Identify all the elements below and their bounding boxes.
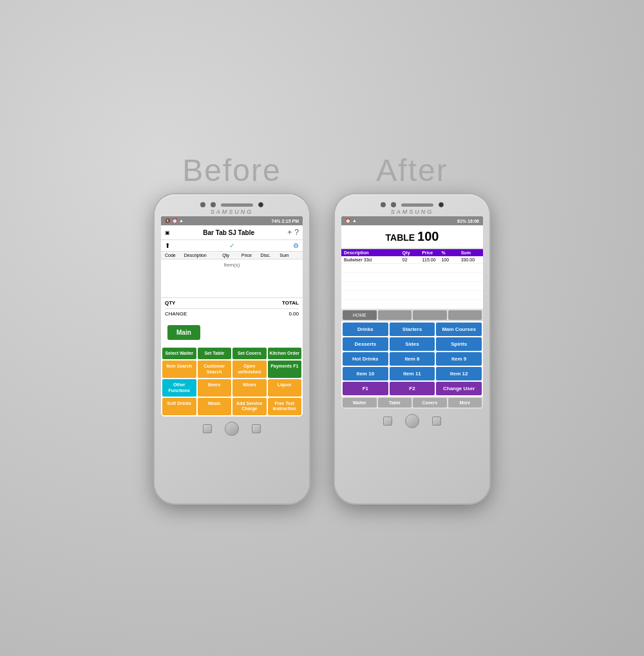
after-phone-top — [340, 200, 484, 209]
after-menu-btn-8[interactable]: Item 9 — [436, 352, 482, 366]
before-time: 2:15 PM — [282, 219, 299, 223]
item-sum-0: 330.00 — [461, 258, 480, 262]
after-back-btn[interactable] — [383, 417, 392, 426]
before-check-icon[interactable]: ✓ — [229, 242, 234, 249]
after-table-number: 100 — [417, 229, 439, 243]
before-items-area: Item(s) — [161, 259, 303, 298]
before-btn-2[interactable]: Set Covers — [232, 348, 267, 359]
after-menu-btn-4[interactable]: Sides — [390, 337, 435, 351]
after-menu-btn-14[interactable]: Change User — [436, 382, 482, 395]
before-plus-btn[interactable]: + — [287, 228, 292, 237]
after-menu-btn-9[interactable]: Item 10 — [343, 367, 388, 380]
before-home-btn[interactable] — [225, 422, 239, 436]
tab-2[interactable] — [378, 310, 412, 320]
after-menu-btn-12[interactable]: F1 — [343, 382, 388, 395]
before-header: ▣ Bar Tab SJ Table + ? — [161, 225, 303, 240]
tab-3[interactable] — [413, 310, 447, 320]
before-phone-shell: SAMSUNG 🔇 ⏰ ▲ 74% 2:15 PM ▣ — [155, 194, 309, 503]
before-phone-wrapper: Before SAMSUNG 🔇 ⏰ ▲ 74% 2:15 PM — [155, 153, 309, 503]
before-share-icon[interactable]: ⬆ — [165, 242, 170, 249]
after-camera — [439, 202, 444, 207]
item-desc-0: Budwiser 33cl — [344, 258, 402, 262]
before-btn-5[interactable]: Customer Search — [198, 361, 232, 378]
home-tab[interactable]: HOME — [343, 310, 377, 320]
before-toolbar: ⬆ ✓ ⚙ — [161, 240, 303, 252]
after-home-btn[interactable] — [405, 414, 419, 428]
before-status-right: 74% 2:15 PM — [272, 219, 299, 223]
before-btn-9[interactable]: Beers — [198, 379, 232, 397]
after-bottom-bar — [340, 410, 484, 431]
before-settings-icon[interactable]: ⚙ — [293, 242, 299, 249]
after-menu-btn-1[interactable]: Starters — [390, 323, 435, 336]
after-screen-wrapper: ⏰ ▲ 81% 16:06 TABLE 100 — [341, 216, 483, 409]
after-menu-btn-5[interactable]: Spirits — [436, 337, 482, 351]
before-btn-10[interactable]: Wines — [232, 379, 267, 397]
before-qty-total-row: QTY TOTAL — [165, 300, 299, 306]
before-back-btn[interactable] — [203, 424, 212, 433]
after-col-header: Description Qty Price % Sum — [341, 249, 483, 256]
before-btn-8[interactable]: Other Functions — [162, 379, 196, 397]
before-samsung-label: SAMSUNG — [160, 209, 304, 215]
before-btn-6[interactable]: Open unfinished — [232, 361, 267, 378]
col-price: Price — [242, 253, 261, 258]
before-bottom-bar — [160, 418, 304, 438]
item-qty-0: 02 — [402, 258, 422, 262]
after-menu-btn-2[interactable]: Main Courses — [436, 323, 482, 336]
after-dot-2 — [391, 202, 396, 207]
before-btn-12[interactable]: Soft Drinks — [162, 398, 196, 415]
before-btn-1[interactable]: Set Table — [198, 348, 232, 359]
after-menu-btn-7[interactable]: Item 8 — [390, 352, 435, 366]
after-menu-btn-13[interactable]: F2 — [390, 382, 435, 395]
page-container: Before SAMSUNG 🔇 ⏰ ▲ 74% 2:15 PM — [0, 0, 644, 656]
before-main-section: Main — [164, 321, 300, 344]
before-table-header: Code Description Qty Price Disc. Sum — [161, 252, 303, 259]
before-qty-label: QTY — [165, 300, 175, 306]
before-camera — [258, 202, 263, 207]
before-header-title: Bar Tab SJ Table — [203, 229, 254, 236]
home-tab-row: HOME — [341, 309, 483, 321]
before-btn-0[interactable]: Select Waiter — [162, 348, 196, 359]
before-change-row: CHANGE 0.00 — [165, 308, 299, 317]
after-menu-btn-10[interactable]: Item 11 — [390, 367, 435, 380]
after-nav-btn-2[interactable]: Covers — [413, 398, 447, 408]
before-header-icon[interactable]: ▣ — [165, 230, 170, 236]
before-grid: Select WaiterSet TableSet CoversKitchen … — [161, 346, 303, 417]
after-menu-btn-0[interactable]: Drinks — [343, 323, 388, 336]
after-nav-btn-0[interactable]: Waiter — [343, 398, 377, 408]
before-btn-15[interactable]: Free Text Instruction — [268, 398, 302, 415]
after-nav-btn-3[interactable]: More — [448, 398, 482, 408]
before-totals: QTY TOTAL CHANGE 0.00 — [161, 298, 303, 319]
after-menu-grid: DrinksStartersMain CoursesDessertsSidesS… — [341, 321, 483, 397]
after-screen: TABLE 100 Description Qty Price % Sum Bu… — [341, 225, 483, 409]
after-menu-btn-6[interactable]: Hot Drinks — [343, 352, 388, 366]
col-description: Description — [184, 253, 222, 258]
before-help-btn[interactable]: ? — [294, 228, 299, 237]
col-sum: Sum — [279, 253, 299, 258]
before-btn-7[interactable]: Payments F1 — [268, 361, 302, 378]
after-menu-btn-11[interactable]: Item 12 — [436, 367, 482, 380]
after-label: After — [376, 153, 448, 188]
item-price-0: 115.00 — [422, 258, 441, 262]
before-btn-3[interactable]: Kitchen Order — [268, 348, 302, 359]
before-label: Before — [182, 153, 281, 188]
after-nav-btn-1[interactable]: Table — [378, 398, 412, 408]
after-menu-btn-3[interactable]: Desserts — [343, 337, 388, 351]
after-menu-btn[interactable] — [432, 417, 441, 426]
before-speaker — [221, 203, 253, 207]
col-disc: Disc. — [261, 253, 280, 258]
col-hdr-desc: Description — [344, 250, 402, 255]
before-phone-top — [160, 200, 304, 209]
before-btn-4[interactable]: Item Search — [162, 361, 196, 378]
before-btn-11[interactable]: Liquor — [268, 379, 302, 397]
after-bottom-nav: WaiterTableCoversMore — [341, 397, 483, 409]
tab-4[interactable] — [448, 310, 482, 320]
before-btn-14[interactable]: Add Service Charge — [232, 398, 267, 415]
before-menu-btn[interactable] — [252, 424, 261, 433]
before-items-placeholder: Item(s) — [224, 262, 240, 268]
before-status-bar: 🔇 ⏰ ▲ 74% 2:15 PM — [161, 216, 303, 225]
col-code: Code — [165, 253, 184, 258]
before-btn-13[interactable]: Meals — [198, 398, 232, 415]
after-item-row-0[interactable]: Budwiser 33cl 02 115.00 100 330.00 — [341, 256, 483, 264]
before-main-btn[interactable]: Main — [167, 325, 200, 340]
before-total-label: TOTAL — [282, 300, 299, 306]
